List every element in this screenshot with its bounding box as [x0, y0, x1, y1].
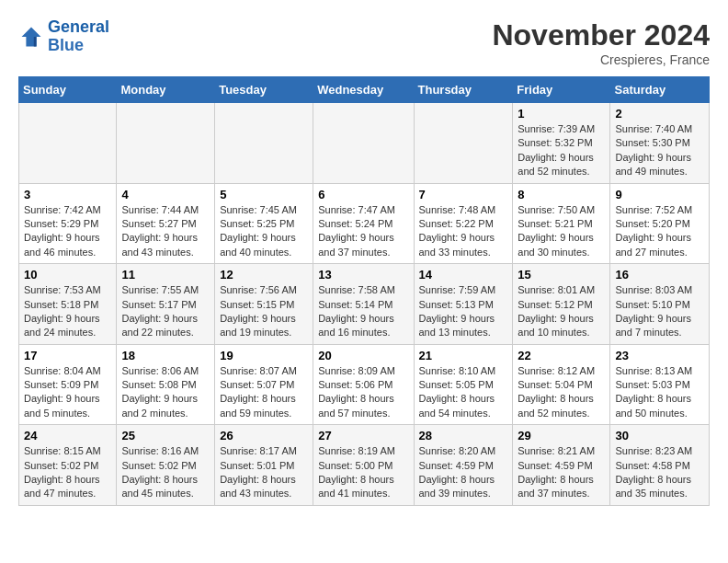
page-header: General Blue November 2024 Crespieres, F…: [18, 18, 710, 67]
day-number: 11: [121, 268, 210, 282]
day-number: 12: [220, 268, 308, 282]
day-number: 21: [419, 349, 508, 362]
calendar-cell: [414, 103, 513, 184]
calendar-cell: 4Sunrise: 7:44 AMSunset: 5:27 PMDaylight…: [117, 183, 215, 264]
logo-icon: [18, 24, 44, 50]
day-info: Sunrise: 8:10 AMSunset: 5:05 PMDaylight:…: [419, 364, 508, 421]
day-number: 2: [615, 107, 704, 121]
day-number: 18: [121, 349, 210, 362]
day-number: 6: [318, 188, 408, 201]
calendar-cell: 2Sunrise: 7:40 AMSunset: 5:30 PMDaylight…: [610, 103, 710, 184]
day-info: Sunrise: 8:13 AMSunset: 5:03 PMDaylight:…: [615, 364, 704, 421]
calendar-cell: 16Sunrise: 8:03 AMSunset: 5:10 PMDayligh…: [610, 264, 710, 345]
calendar-cell: 7Sunrise: 7:48 AMSunset: 5:22 PMDaylight…: [414, 183, 513, 264]
calendar-cell: 8Sunrise: 7:50 AMSunset: 5:21 PMDaylight…: [513, 183, 610, 264]
day-number: 20: [318, 349, 408, 362]
day-info: Sunrise: 8:17 AMSunset: 5:01 PMDaylight:…: [220, 444, 308, 501]
title-section: November 2024 Crespieres, France: [492, 18, 710, 67]
calendar-cell: 23Sunrise: 8:13 AMSunset: 5:03 PMDayligh…: [610, 344, 710, 425]
logo: General Blue: [18, 18, 109, 55]
day-number: 8: [518, 188, 605, 201]
calendar-cell: 19Sunrise: 8:07 AMSunset: 5:07 PMDayligh…: [215, 344, 313, 425]
day-number: 22: [518, 349, 605, 362]
day-info: Sunrise: 7:48 AMSunset: 5:22 PMDaylight:…: [419, 203, 508, 260]
calendar-cell: 25Sunrise: 8:16 AMSunset: 5:02 PMDayligh…: [117, 425, 215, 506]
calendar-cell: 12Sunrise: 7:56 AMSunset: 5:15 PMDayligh…: [215, 264, 313, 345]
calendar-cell: 17Sunrise: 8:04 AMSunset: 5:09 PMDayligh…: [19, 344, 117, 425]
weekday-header-row: SundayMondayTuesdayWednesdayThursdayFrid…: [19, 77, 710, 103]
calendar-cell: 22Sunrise: 8:12 AMSunset: 5:04 PMDayligh…: [513, 344, 610, 425]
day-info: Sunrise: 7:50 AMSunset: 5:21 PMDaylight:…: [518, 203, 605, 260]
weekday-header-thursday: Thursday: [414, 77, 513, 103]
day-number: 26: [220, 429, 308, 442]
calendar-cell: 30Sunrise: 8:23 AMSunset: 4:58 PMDayligh…: [610, 425, 710, 506]
day-info: Sunrise: 7:42 AMSunset: 5:29 PMDaylight:…: [24, 203, 111, 260]
calendar-cell: 24Sunrise: 8:15 AMSunset: 5:02 PMDayligh…: [19, 425, 117, 506]
calendar-cell: 21Sunrise: 8:10 AMSunset: 5:05 PMDayligh…: [414, 344, 513, 425]
day-number: 28: [419, 429, 508, 442]
day-info: Sunrise: 8:09 AMSunset: 5:06 PMDaylight:…: [318, 364, 408, 421]
calendar-cell: 13Sunrise: 7:58 AMSunset: 5:14 PMDayligh…: [313, 264, 414, 345]
weekday-header-monday: Monday: [117, 77, 215, 103]
day-info: Sunrise: 7:58 AMSunset: 5:14 PMDaylight:…: [318, 283, 408, 340]
day-number: 9: [615, 188, 704, 201]
day-number: 10: [24, 268, 111, 282]
day-number: 13: [318, 268, 408, 282]
calendar-cell: 9Sunrise: 7:52 AMSunset: 5:20 PMDaylight…: [610, 183, 710, 264]
day-info: Sunrise: 8:21 AMSunset: 4:59 PMDaylight:…: [518, 444, 605, 501]
calendar-week-row: 3Sunrise: 7:42 AMSunset: 5:29 PMDaylight…: [19, 183, 710, 264]
day-info: Sunrise: 8:03 AMSunset: 5:10 PMDaylight:…: [615, 283, 704, 340]
calendar-cell: 14Sunrise: 7:59 AMSunset: 5:13 PMDayligh…: [414, 264, 513, 345]
calendar-cell: 15Sunrise: 8:01 AMSunset: 5:12 PMDayligh…: [513, 264, 610, 345]
calendar-cell: 28Sunrise: 8:20 AMSunset: 4:59 PMDayligh…: [414, 425, 513, 506]
calendar-cell: 20Sunrise: 8:09 AMSunset: 5:06 PMDayligh…: [313, 344, 414, 425]
calendar-cell: 6Sunrise: 7:47 AMSunset: 5:24 PMDaylight…: [313, 183, 414, 264]
day-number: 25: [121, 429, 210, 442]
day-number: 14: [419, 268, 508, 282]
day-number: 3: [24, 188, 111, 201]
day-number: 30: [615, 429, 704, 442]
calendar-cell: [19, 103, 117, 184]
location: Crespieres, France: [492, 52, 710, 67]
day-number: 7: [419, 188, 508, 201]
day-number: 4: [121, 188, 210, 201]
day-info: Sunrise: 8:23 AMSunset: 4:58 PMDaylight:…: [615, 444, 704, 501]
day-info: Sunrise: 8:04 AMSunset: 5:09 PMDaylight:…: [24, 364, 111, 421]
calendar-week-row: 10Sunrise: 7:53 AMSunset: 5:18 PMDayligh…: [19, 264, 710, 345]
day-number: 16: [615, 268, 704, 282]
calendar-cell: 18Sunrise: 8:06 AMSunset: 5:08 PMDayligh…: [117, 344, 215, 425]
weekday-header-tuesday: Tuesday: [215, 77, 313, 103]
day-info: Sunrise: 7:39 AMSunset: 5:32 PMDaylight:…: [518, 122, 605, 179]
calendar-week-row: 24Sunrise: 8:15 AMSunset: 5:02 PMDayligh…: [19, 425, 710, 506]
calendar-cell: [117, 103, 215, 184]
day-number: 5: [220, 188, 308, 201]
calendar-week-row: 1Sunrise: 7:39 AMSunset: 5:32 PMDaylight…: [19, 103, 710, 184]
weekday-header-sunday: Sunday: [19, 77, 117, 103]
calendar-cell: 3Sunrise: 7:42 AMSunset: 5:29 PMDaylight…: [19, 183, 117, 264]
weekday-header-wednesday: Wednesday: [313, 77, 414, 103]
day-info: Sunrise: 8:15 AMSunset: 5:02 PMDaylight:…: [24, 444, 111, 501]
day-info: Sunrise: 8:06 AMSunset: 5:08 PMDaylight:…: [121, 364, 210, 421]
month-title: November 2024: [492, 18, 710, 52]
calendar-cell: 5Sunrise: 7:45 AMSunset: 5:25 PMDaylight…: [215, 183, 313, 264]
day-info: Sunrise: 7:59 AMSunset: 5:13 PMDaylight:…: [419, 283, 508, 340]
calendar-cell: 1Sunrise: 7:39 AMSunset: 5:32 PMDaylight…: [513, 103, 610, 184]
day-info: Sunrise: 8:01 AMSunset: 5:12 PMDaylight:…: [518, 283, 605, 340]
calendar-cell: 26Sunrise: 8:17 AMSunset: 5:01 PMDayligh…: [215, 425, 313, 506]
weekday-header-saturday: Saturday: [610, 77, 710, 103]
day-info: Sunrise: 8:16 AMSunset: 5:02 PMDaylight:…: [121, 444, 210, 501]
day-number: 27: [318, 429, 408, 442]
calendar-cell: 29Sunrise: 8:21 AMSunset: 4:59 PMDayligh…: [513, 425, 610, 506]
calendar-cell: [215, 103, 313, 184]
day-info: Sunrise: 7:40 AMSunset: 5:30 PMDaylight:…: [615, 122, 704, 179]
logo-line2: Blue: [48, 36, 84, 54]
calendar-cell: [313, 103, 414, 184]
day-number: 15: [518, 268, 605, 282]
day-number: 19: [220, 349, 308, 362]
day-info: Sunrise: 7:47 AMSunset: 5:24 PMDaylight:…: [318, 203, 408, 260]
day-number: 29: [518, 429, 605, 442]
day-info: Sunrise: 7:56 AMSunset: 5:15 PMDaylight:…: [220, 283, 308, 340]
day-number: 24: [24, 429, 111, 442]
day-info: Sunrise: 8:20 AMSunset: 4:59 PMDaylight:…: [419, 444, 508, 501]
svg-marker-0: [22, 27, 41, 46]
